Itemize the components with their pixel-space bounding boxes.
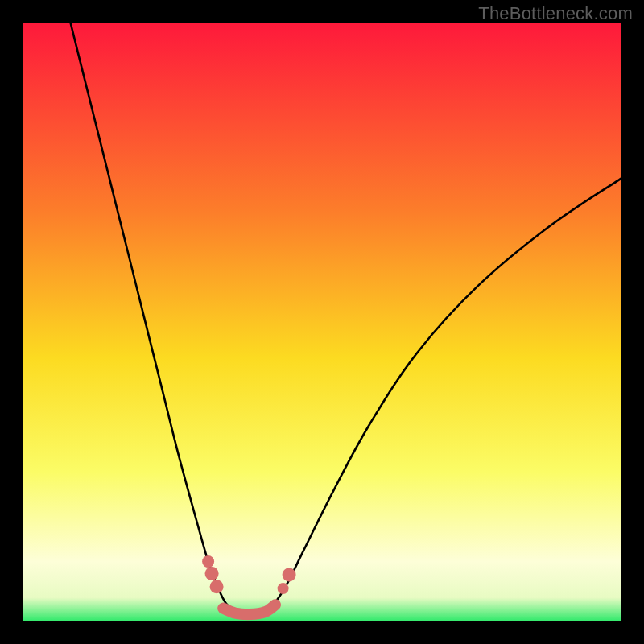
chart-svg [23, 23, 621, 621]
marker-dot [205, 567, 219, 580]
gradient-background [23, 23, 621, 621]
chart-area [23, 23, 621, 621]
marker-dot [202, 555, 214, 568]
marker-dot [283, 568, 296, 582]
watermark-text: TheBottleneck.com [478, 3, 633, 24]
marker-dot [210, 580, 224, 593]
outer-frame: TheBottleneck.com [0, 0, 644, 644]
marker-dot [278, 583, 289, 594]
